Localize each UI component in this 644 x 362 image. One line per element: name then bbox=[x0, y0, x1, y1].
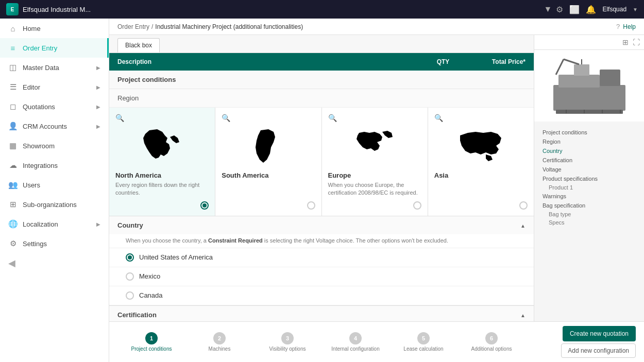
country-header[interactable]: Country bbox=[109, 216, 534, 234]
main-area: Order Entry / Industrial Machinery Proje… bbox=[109, 19, 644, 362]
editor-arrow: ▶ bbox=[96, 84, 100, 90]
tab-black-box[interactable]: Black box bbox=[117, 38, 160, 53]
help-icon: ? bbox=[616, 23, 620, 30]
region-card-europe[interactable]: 🔍 Europe When you choose Europe, the cer… bbox=[322, 108, 428, 216]
svg-line-4 bbox=[564, 59, 579, 64]
country-label-canada: Canada bbox=[139, 291, 163, 299]
sidebar-label-localization: Localization bbox=[23, 220, 58, 228]
user-chevron-icon[interactable]: ▼ bbox=[633, 7, 638, 12]
topbar: E Elfsquad Industrial M... ▼ ⚙ ⬜ 🔔 Elfsq… bbox=[0, 0, 644, 19]
zoom-icon-sa[interactable]: 🔍 bbox=[222, 114, 230, 122]
nav-country[interactable]: Country bbox=[538, 146, 640, 156]
region-card-north-america[interactable]: 🔍 North America Every region filters dow… bbox=[109, 108, 215, 216]
tab-bar: Black box bbox=[109, 35, 534, 53]
nav-bag-type[interactable]: Bag type bbox=[538, 210, 640, 218]
settings-icon[interactable]: ⚙ bbox=[556, 5, 563, 14]
sidebar-label-home: Home bbox=[23, 25, 41, 32]
step-2: 2 Machines bbox=[185, 332, 253, 352]
sidebar-item-users[interactable]: 👥 Users bbox=[0, 175, 109, 195]
step-circle-1[interactable]: 1 bbox=[145, 332, 158, 344]
sidebar-label-order-entry: Order Entry bbox=[23, 44, 57, 52]
nav-specs[interactable]: Specs bbox=[538, 218, 640, 227]
quotations-icon: ◻ bbox=[8, 102, 18, 111]
sidebar-label-crm: CRM Accounts bbox=[23, 123, 67, 130]
step-circle-2[interactable]: 2 bbox=[213, 332, 226, 344]
step-label-5: Lease calculation bbox=[403, 346, 443, 352]
cert-collapse-icon[interactable] bbox=[520, 311, 526, 319]
country-title: Country bbox=[117, 221, 143, 229]
nav-warnings[interactable]: Warnings bbox=[538, 192, 640, 201]
radio-mexico[interactable] bbox=[126, 272, 134, 281]
sidebar-item-editor[interactable]: ☰ Editor ▶ bbox=[0, 77, 109, 97]
sidebar-item-home[interactable]: ⌂ Home bbox=[0, 19, 109, 38]
region-label: Region bbox=[109, 89, 534, 108]
zoom-icon-eu[interactable]: 🔍 bbox=[328, 114, 337, 122]
sidebar-label-master-data: Master Data bbox=[23, 64, 59, 72]
sidebar-item-quotations[interactable]: ◻ Quotations ▶ bbox=[0, 97, 109, 116]
radio-canada[interactable] bbox=[126, 291, 134, 300]
map-south-america bbox=[222, 125, 315, 166]
country-option-usa[interactable]: United States of America bbox=[109, 248, 534, 267]
sub-orgs-icon: ⊞ bbox=[8, 200, 18, 209]
svg-rect-1 bbox=[558, 75, 600, 88]
sidebar-item-localization[interactable]: 🌐 Localization ▶ bbox=[0, 214, 109, 234]
user-name[interactable]: Elfsquad bbox=[602, 6, 626, 13]
sidebar-label-quotations: Quotations bbox=[23, 103, 55, 111]
certification-title: Certification bbox=[117, 311, 157, 319]
step-circle-3[interactable]: 3 bbox=[281, 332, 294, 344]
step-circle-5[interactable]: 5 bbox=[417, 332, 430, 344]
expand-icon[interactable]: ⛶ bbox=[633, 38, 640, 46]
radio-north-america[interactable] bbox=[200, 201, 209, 210]
sidebar-item-order-entry[interactable]: ≡ Order Entry bbox=[0, 38, 109, 58]
sidebar-item-showroom[interactable]: ▦ Showroom bbox=[0, 136, 109, 156]
step-circle-6[interactable]: 6 bbox=[485, 332, 498, 344]
localization-icon: 🌐 bbox=[8, 219, 18, 229]
sidebar-item-integrations[interactable]: ☁ Integrations bbox=[0, 156, 109, 175]
certification-header[interactable]: Certification bbox=[109, 306, 534, 321]
master-data-icon: ◫ bbox=[8, 63, 18, 72]
toggle-icon[interactable]: ⬜ bbox=[569, 5, 580, 14]
radio-asia[interactable] bbox=[519, 201, 528, 210]
add-configuration-button[interactable]: Add new configuration bbox=[561, 343, 636, 358]
sidebar-label-integrations: Integrations bbox=[23, 162, 58, 169]
help-label[interactable]: Help bbox=[623, 23, 636, 30]
region-card-asia[interactable]: 🔍 Asia bbox=[428, 108, 534, 216]
map-asia bbox=[434, 125, 528, 166]
nav-region[interactable]: Region bbox=[538, 137, 640, 146]
sidebar-label-showroom: Showroom bbox=[23, 142, 55, 150]
bell-icon[interactable]: 🔔 bbox=[586, 5, 596, 14]
step-label-2: Machines bbox=[209, 346, 231, 352]
sidebar-item-crm[interactable]: 👤 CRM Accounts ▶ bbox=[0, 116, 109, 136]
step-label-4: Internal configuration bbox=[331, 346, 379, 352]
sidebar-item-master-data[interactable]: ◫ Master Data ▶ bbox=[0, 58, 109, 77]
nav-project-conditions[interactable]: Project conditions bbox=[538, 128, 640, 137]
step-label-3: Visibility options bbox=[269, 346, 306, 352]
country-option-canada[interactable]: Canada bbox=[109, 286, 534, 305]
step-circle-4[interactable]: 4 bbox=[349, 332, 362, 344]
sidebar-item-sub-orgs[interactable]: ⊞ Sub-organizations bbox=[0, 195, 109, 214]
nav-product-specs[interactable]: Product specifications bbox=[538, 174, 640, 183]
radio-europe[interactable] bbox=[413, 201, 421, 210]
svg-line-5 bbox=[556, 59, 564, 75]
sidebar-item-settings[interactable]: ⚙ Settings bbox=[0, 234, 109, 253]
zoom-icon-asia[interactable]: 🔍 bbox=[434, 114, 443, 122]
step-3: 3 Visibility options bbox=[253, 332, 321, 352]
nav-product-1[interactable]: Product 1 bbox=[538, 183, 640, 192]
col-description: Description bbox=[117, 58, 422, 65]
radio-usa[interactable] bbox=[126, 253, 134, 262]
breadcrumb-base[interactable]: Order Entry bbox=[117, 23, 149, 30]
nav-certification[interactable]: Certification bbox=[538, 156, 640, 165]
nav-bag-spec[interactable]: Bag specification bbox=[538, 201, 640, 210]
collapse-sidebar-btn[interactable]: ◀ bbox=[0, 253, 109, 273]
region-card-south-america[interactable]: 🔍 South America bbox=[215, 108, 321, 216]
create-quotation-button[interactable]: Create new quotation bbox=[563, 326, 636, 341]
fullscreen-icon[interactable]: ⊞ bbox=[622, 38, 629, 46]
zoom-icon-na[interactable]: 🔍 bbox=[115, 114, 124, 122]
region-desc-eu: When you choose Europe, the certificatio… bbox=[328, 181, 421, 197]
nav-voltage[interactable]: Voltage bbox=[538, 165, 640, 174]
radio-south-america[interactable] bbox=[307, 201, 315, 210]
chevron-down-icon[interactable]: ▼ bbox=[544, 5, 552, 14]
users-icon: 👥 bbox=[8, 180, 18, 189]
country-collapse-icon[interactable] bbox=[520, 221, 526, 229]
country-option-mexico[interactable]: Mexico bbox=[109, 267, 534, 286]
